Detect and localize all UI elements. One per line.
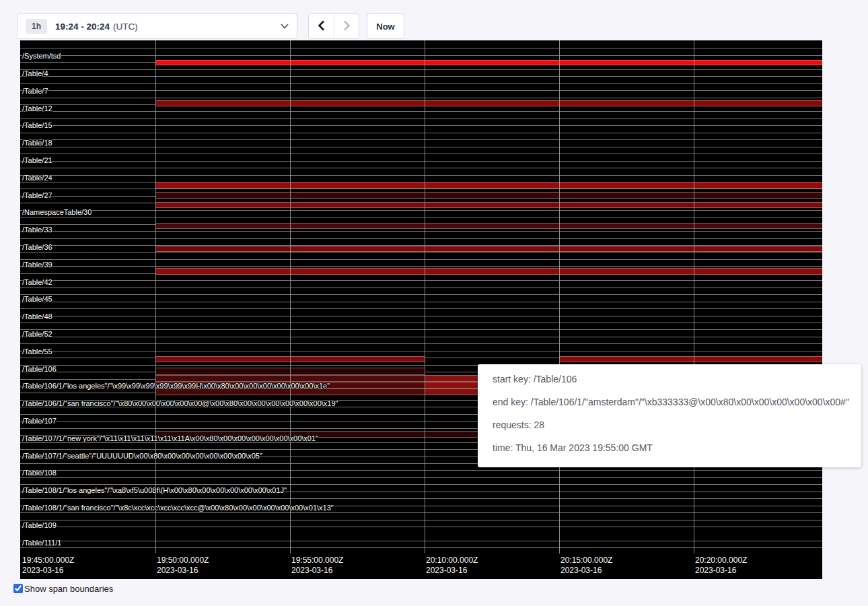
- span-row-label: /Table/107: [22, 417, 57, 426]
- span-row-label: /Table/42: [22, 278, 52, 287]
- tick-date: 2023-03-16: [695, 566, 747, 576]
- span-row-label: /Table/109: [22, 521, 57, 530]
- heat-band[interactable]: [155, 268, 822, 275]
- span-row-label: /Table/21: [22, 156, 52, 165]
- time-axis-tick: 20:15:00.000Z2023-03-16: [560, 556, 612, 576]
- chevron-down-icon: [281, 24, 289, 29]
- time-gridline: [694, 40, 694, 553]
- span-row-label: /Table/7: [22, 87, 48, 96]
- span-row-label: /Table/39: [22, 261, 52, 269]
- span-row-label: /System/tsd: [22, 52, 61, 61]
- previous-range-button[interactable]: [309, 14, 334, 38]
- span-row-label: /Table/18: [22, 139, 52, 147]
- span-row-label: /Table/106/1/"los angeles"/"\x99\x99\x99…: [22, 382, 330, 391]
- tick-date: 2023-03-16: [426, 566, 478, 576]
- span-tooltip: start key: /Table/106 end key: /Table/10…: [478, 364, 861, 467]
- time-axis-tick: 19:45:00.000Z2023-03-16: [22, 556, 74, 576]
- chevron-right-icon: [343, 20, 351, 33]
- heat-band[interactable]: [155, 223, 822, 229]
- tick-date: 2023-03-16: [22, 566, 74, 576]
- chevron-left-icon: [318, 20, 325, 33]
- span-row-label: /Table/108/1/"san francisco"/"\x8c\xcc\x…: [22, 504, 334, 512]
- tooltip-requests: requests: 28: [493, 418, 846, 432]
- time-range-badge: 1h: [26, 19, 47, 34]
- tick-time: 20:10:00.000Z: [426, 556, 478, 566]
- heat-band[interactable]: [155, 246, 290, 252]
- time-axis-tick: 19:50:00.000Z2023-03-16: [157, 556, 209, 576]
- heat-band[interactable]: [155, 60, 822, 65]
- span-row-label: /Table/106: [22, 365, 57, 374]
- key-visualizer-page: 1h 19:24 - 20:24 (UTC) Now /System/tsd/T…: [0, 0, 868, 606]
- heat-band[interactable]: [155, 100, 822, 106]
- time-axis-tick: 19:55:00.000Z2023-03-16: [291, 556, 343, 576]
- tick-time: 19:55:00.000Z: [291, 556, 343, 566]
- span-row-label: /Table/55: [22, 347, 52, 356]
- span-row-label: /Table/24: [22, 174, 52, 182]
- heat-band[interactable]: [290, 375, 425, 382]
- time-gridline: [559, 40, 560, 553]
- span-row-label: /Table/108: [22, 469, 57, 477]
- span-row-label: /Table/111/1: [22, 539, 61, 547]
- time-gridline: [290, 40, 291, 553]
- heat-band[interactable]: [155, 182, 822, 189]
- span-row-label: /Table/4: [22, 69, 48, 78]
- tick-date: 2023-03-16: [291, 566, 343, 576]
- tooltip-time: time: Thu, 16 Mar 2023 19:55:00 GMT: [493, 441, 846, 454]
- span-row-label: /Table/45: [22, 295, 52, 304]
- heat-band[interactable]: [155, 375, 290, 382]
- span-row-label: /Table/12: [22, 104, 52, 113]
- show-span-boundaries-label: Show span boundaries: [24, 583, 113, 595]
- time-axis-tick: 20:10:00.000Z2023-03-16: [426, 556, 478, 576]
- key-visualizer[interactable]: /System/tsd/Table/4/Table/7/Table/12/Tab…: [20, 40, 822, 579]
- time-range-selector[interactable]: 1h 19:24 - 20:24 (UTC): [17, 13, 297, 39]
- span-row-label: /Table/27: [22, 191, 52, 200]
- span-row-label: /Table/33: [22, 226, 52, 234]
- show-span-boundaries-checkbox[interactable]: [13, 584, 23, 593]
- time-range-label: 19:24 - 20:24: [55, 22, 110, 32]
- span-row-label: /Table/15: [22, 121, 52, 130]
- tick-time: 20:15:00.000Z: [560, 556, 612, 566]
- time-gridline: [155, 40, 156, 553]
- time-nav-group: [308, 13, 359, 39]
- time-gridline: [425, 40, 425, 553]
- tooltip-start-key: start key: /Table/106: [493, 372, 846, 386]
- tooltip-end-key: end key: /Table/106/1/"amsterdam"/"\xb33…: [493, 395, 846, 409]
- span-row-label: /Table/107/1/"new york"/"\x11\x11\x11\x1…: [22, 434, 318, 443]
- heat-band[interactable]: [155, 192, 822, 199]
- tick-date: 2023-03-16: [157, 566, 209, 576]
- tick-date: 2023-03-16: [560, 566, 612, 576]
- span-row-label: /Table/106/1/"san francisco"/"\x80\x00\x…: [22, 399, 338, 408]
- span-row-label: /Table/108/1/"los angeles"/"\xa8\xf5\u00…: [22, 486, 287, 495]
- tick-time: 19:45:00.000Z: [22, 556, 74, 566]
- tick-time: 19:50:00.000Z: [157, 556, 209, 566]
- time-axis-tick: 20:20:00.000Z2023-03-16: [695, 556, 747, 576]
- heat-band[interactable]: [155, 202, 822, 208]
- tick-time: 20:20:00.000Z: [695, 556, 747, 566]
- next-range-button[interactable]: [334, 14, 359, 38]
- span-boundary-lines: [20, 40, 822, 553]
- span-row-label: /NamespaceTable/30: [22, 208, 92, 217]
- footer: Show span boundaries: [13, 583, 113, 595]
- heat-band[interactable]: [559, 356, 822, 362]
- heat-band[interactable]: [290, 246, 822, 252]
- span-row-label: /Table/107/1/"seattle"/"UUUUUUD\x00\x80\…: [22, 452, 262, 461]
- timezone-label: (UTC): [113, 22, 138, 32]
- span-row-label: /Table/48: [22, 312, 52, 321]
- now-button[interactable]: Now: [367, 13, 404, 39]
- span-row-label: /Table/52: [22, 330, 52, 339]
- span-row-label: /Table/36: [22, 243, 52, 252]
